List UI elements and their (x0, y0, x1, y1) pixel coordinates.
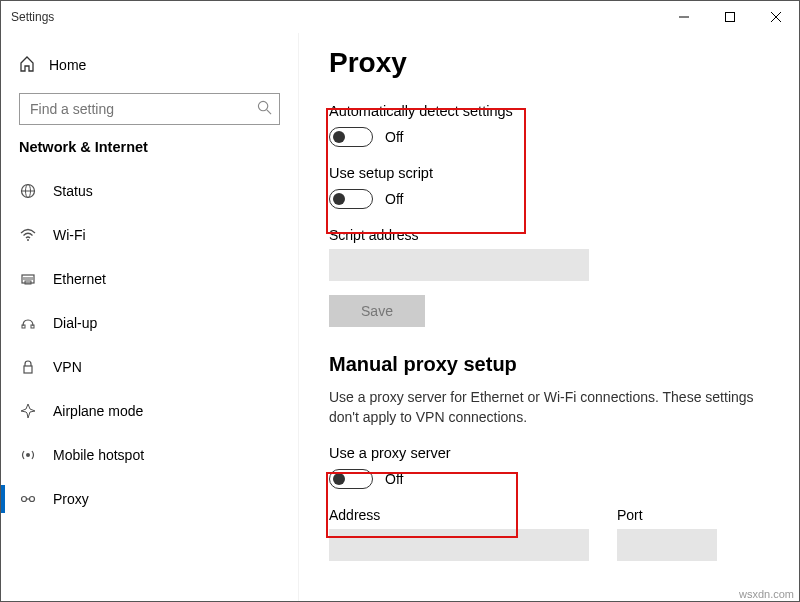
use-script-state: Off (385, 191, 403, 207)
sidebar-item-label: Airplane mode (53, 403, 143, 419)
sidebar-item-label: Wi-Fi (53, 227, 86, 243)
address-input (329, 529, 589, 561)
page-title: Proxy (329, 47, 769, 79)
port-label: Port (617, 507, 717, 523)
svg-rect-18 (31, 325, 34, 328)
sidebar-item-hotspot[interactable]: Mobile hotspot (1, 433, 298, 477)
manual-description: Use a proxy server for Ethernet or Wi-Fi… (329, 388, 759, 427)
dialup-icon (19, 315, 37, 331)
sidebar-item-label: Dial-up (53, 315, 97, 331)
sidebar-item-ethernet[interactable]: Ethernet (1, 257, 298, 301)
airplane-icon (19, 403, 37, 419)
sidebar-item-label: Mobile hotspot (53, 447, 144, 463)
close-button[interactable] (753, 1, 799, 33)
manual-heading: Manual proxy setup (329, 353, 769, 376)
sidebar-item-wifi[interactable]: Wi-Fi (1, 213, 298, 257)
home-label: Home (49, 57, 86, 73)
svg-point-20 (26, 453, 30, 457)
port-input (617, 529, 717, 561)
wifi-icon (19, 227, 37, 243)
sidebar-item-dialup[interactable]: Dial-up (1, 301, 298, 345)
svg-point-21 (22, 497, 27, 502)
vpn-icon (19, 359, 37, 375)
svg-point-9 (27, 239, 29, 241)
address-label: Address (329, 507, 589, 523)
content-pane: Proxy Automatically detect settings Off … (299, 33, 799, 601)
home-icon (19, 56, 35, 75)
use-proxy-label: Use a proxy server (329, 445, 769, 461)
hotspot-icon (19, 447, 37, 463)
svg-rect-1 (726, 13, 735, 22)
sidebar-item-proxy[interactable]: Proxy (1, 477, 298, 521)
minimize-button[interactable] (661, 1, 707, 33)
svg-point-4 (258, 101, 267, 110)
sidebar-item-label: Ethernet (53, 271, 106, 287)
search-input[interactable] (19, 93, 280, 125)
proxy-icon (19, 491, 37, 507)
auto-detect-toggle[interactable] (329, 127, 373, 147)
sidebar-item-vpn[interactable]: VPN (1, 345, 298, 389)
script-address-label: Script address (329, 227, 769, 243)
home-link[interactable]: Home (1, 45, 298, 85)
use-proxy-state: Off (385, 471, 403, 487)
sidebar-item-label: Proxy (53, 491, 89, 507)
search-container (19, 93, 280, 125)
svg-rect-19 (24, 366, 32, 373)
svg-line-5 (267, 110, 271, 114)
sidebar-item-airplane[interactable]: Airplane mode (1, 389, 298, 433)
svg-rect-17 (22, 325, 25, 328)
svg-point-22 (30, 497, 35, 502)
window-title: Settings (11, 10, 54, 24)
use-script-label: Use setup script (329, 165, 769, 181)
use-script-toggle[interactable] (329, 189, 373, 209)
section-title: Network & Internet (1, 135, 298, 169)
window-body: Home Network & Internet Status Wi-Fi (1, 33, 799, 601)
maximize-button[interactable] (707, 1, 753, 33)
sidebar-item-label: Status (53, 183, 93, 199)
script-address-input (329, 249, 589, 281)
use-proxy-toggle[interactable] (329, 469, 373, 489)
save-button: Save (329, 295, 425, 327)
globe-icon (19, 183, 37, 199)
titlebar: Settings (1, 1, 799, 33)
auto-detect-label: Automatically detect settings (329, 103, 769, 119)
ethernet-icon (19, 271, 37, 287)
watermark: wsxdn.com (739, 588, 794, 600)
search-icon (257, 100, 272, 118)
auto-detect-state: Off (385, 129, 403, 145)
settings-window: Settings Home (0, 0, 800, 602)
sidebar-item-label: VPN (53, 359, 82, 375)
sidebar-item-status[interactable]: Status (1, 169, 298, 213)
sidebar: Home Network & Internet Status Wi-Fi (1, 33, 299, 601)
window-controls (661, 1, 799, 33)
